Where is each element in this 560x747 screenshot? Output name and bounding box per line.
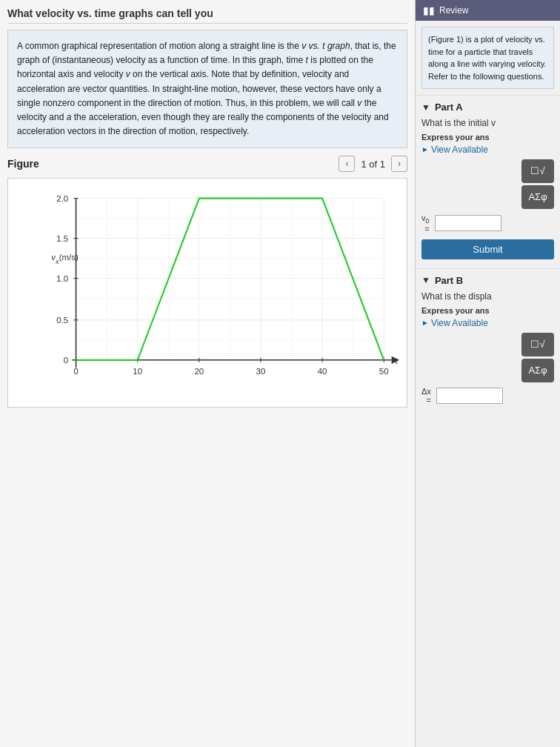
part-a-input-row: v0 = [421, 213, 554, 233]
view-available-label-b: View Available [431, 318, 488, 328]
part-b-input-label-bottom: = [426, 396, 430, 405]
left-panel: What velocity vs. time graphs can tell y… [0, 0, 415, 747]
velocity-chart: 2.0 1.5 1.0 0.5 0 0 10 20 30 40 [45, 190, 399, 399]
symbol-icon-a: ΑΣφ [528, 191, 547, 202]
figure-header: Figure ‹ 1 of 1 › [7, 156, 407, 172]
problem-text: A common graphical representation of mot… [7, 30, 407, 148]
x-tick-0: 0 [73, 367, 78, 376]
symbol-icon-b: ΑΣφ [528, 365, 547, 376]
right-panel: ▮▮ Review (Figure 1) is a plot of veloci… [415, 0, 560, 747]
review-icon: ▮▮ [423, 4, 435, 16]
part-a-header: ▼ Part A [421, 102, 554, 113]
part-b-toggle[interactable]: ▼ [421, 275, 430, 285]
figure-description: (Figure 1) is a plot of velocity vs. tim… [421, 27, 554, 89]
x-axis-label: t (s) [396, 356, 399, 365]
view-available-label-a: View Available [431, 145, 488, 155]
y-tick-2.0: 2.0 [56, 194, 68, 203]
part-a-title: Part A [435, 102, 463, 113]
x-tick-40: 40 [318, 367, 327, 376]
x-tick-20: 20 [194, 367, 204, 376]
review-bar: ▮▮ Review [416, 0, 560, 21]
part-b-tools: ☐√ ΑΣφ [421, 333, 554, 382]
part-a-toggle[interactable]: ▼ [421, 102, 430, 113]
part-a-express: Express your ans [421, 133, 554, 142]
y-tick-1.5: 1.5 [56, 234, 68, 243]
sqrt-icon-b: ☐√ [530, 339, 544, 350]
x-tick-30: 30 [256, 367, 266, 376]
part-a-question: What is the initial v [421, 117, 554, 130]
page-title: What velocity vs. time graphs can tell y… [7, 7, 407, 24]
part-b-question: What is the displa [421, 290, 554, 303]
part-a-tools: ☐√ ΑΣφ [421, 159, 554, 209]
y-tick-0: 0 [64, 356, 68, 365]
figure-page-count: 1 of 1 [361, 159, 385, 170]
prev-figure-button[interactable]: ‹ [339, 156, 355, 172]
part-b-header: ▼ Part B [421, 275, 554, 286]
part-b-input-label-top: Δx [421, 387, 431, 396]
next-figure-button[interactable]: › [391, 156, 407, 172]
part-a-symbol-button[interactable]: ΑΣφ [521, 185, 554, 209]
chart-container: 2.0 1.5 1.0 0.5 0 0 10 20 30 40 [7, 178, 407, 408]
part-a-view-available[interactable]: ► View Available [421, 145, 554, 155]
part-b-sqrt-button[interactable]: ☐√ [521, 333, 554, 356]
figure-section: Figure ‹ 1 of 1 › [7, 156, 407, 740]
figure-nav: ‹ 1 of 1 › [339, 156, 407, 172]
y-axis-label: vx(m/s) [51, 253, 79, 265]
part-b-input-labels: Δx = [421, 387, 431, 405]
part-b-express: Express your ans [421, 306, 554, 315]
view-available-arrow-b: ► [421, 319, 429, 327]
y-tick-1.0: 1.0 [56, 274, 68, 283]
y-tick-0.5: 0.5 [56, 316, 68, 325]
part-a-input-label-top: v0 [421, 213, 430, 225]
sqrt-icon-a: ☐√ [530, 165, 544, 176]
x-tick-10: 10 [133, 367, 142, 376]
part-a-submit-button[interactable]: Submit [421, 239, 554, 259]
part-a-section: ▼ Part A What is the initial v Express y… [416, 95, 560, 268]
part-b-input-row: Δx = [421, 387, 554, 405]
part-a-input-label-bottom: = [424, 225, 429, 233]
part-a-answer-input[interactable] [435, 215, 501, 231]
figure-label: Figure [7, 158, 39, 170]
part-a-input-labels: v0 = [421, 213, 430, 233]
part-b-view-available[interactable]: ► View Available [421, 318, 554, 328]
part-b-section: ▼ Part B What is the displa Express your… [416, 268, 560, 414]
part-b-answer-input[interactable] [436, 388, 503, 404]
part-b-symbol-button[interactable]: ΑΣφ [521, 359, 554, 382]
problem-text-content: A common graphical representation of mot… [17, 41, 396, 136]
review-label: Review [439, 5, 468, 16]
part-b-title: Part B [435, 275, 463, 286]
x-tick-50: 50 [379, 367, 389, 376]
view-available-arrow-a: ► [421, 145, 429, 153]
part-a-sqrt-button[interactable]: ☐√ [521, 159, 554, 183]
